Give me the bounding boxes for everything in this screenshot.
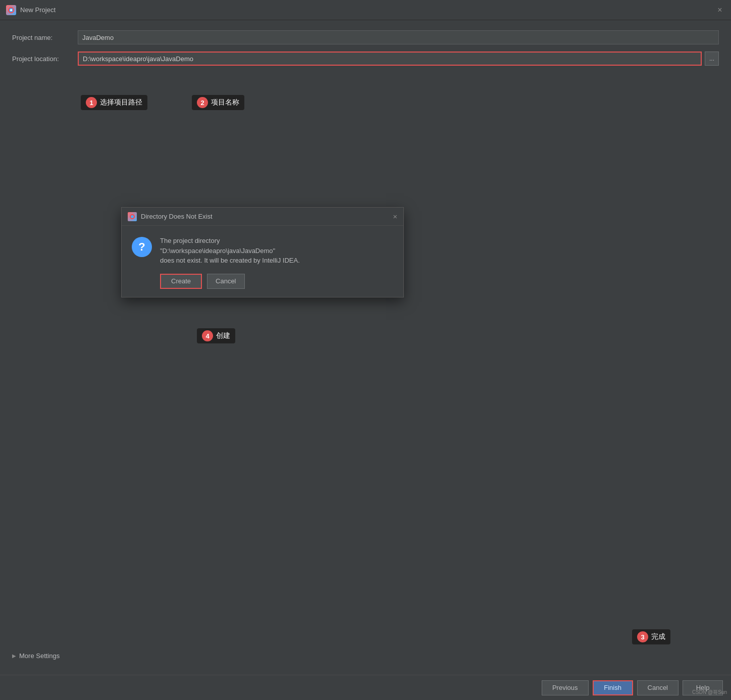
app-icon (6, 5, 16, 15)
project-name-input[interactable] (78, 30, 719, 44)
svg-point-4 (131, 215, 134, 218)
annotation-2-text: 项目名称 (211, 98, 239, 107)
browse-button[interactable]: ... (705, 52, 719, 66)
bottom-section: ▶ More Settings (0, 652, 731, 660)
footer-bar: Previous Finish Cancel Help (0, 675, 731, 700)
dialog-cancel-button[interactable]: Cancel (207, 274, 244, 289)
main-window: New Project × Project name: Project loca… (0, 0, 731, 700)
more-settings-arrow-icon: ▶ (12, 653, 16, 659)
project-location-row: Project location: ... (12, 52, 719, 66)
annotation-4-text: 创建 (216, 331, 230, 340)
annotation-2-number: 2 (197, 97, 208, 108)
watermark: CSDN @哥Sun (692, 689, 727, 696)
project-name-row: Project name: (12, 30, 719, 44)
annotation-3-text: 完成 (651, 632, 665, 641)
svg-point-2 (10, 9, 12, 11)
annotation-2: 2 项目名称 (192, 95, 244, 110)
cancel-button[interactable]: Cancel (637, 680, 678, 695)
window-close-button[interactable]: × (715, 5, 725, 15)
annotation-3: 3 完成 (632, 629, 670, 644)
question-icon: ? (132, 237, 152, 257)
finish-button[interactable]: Finish (593, 680, 633, 695)
dialog-app-icon (128, 212, 137, 221)
dialog-create-button[interactable]: Create (160, 274, 202, 289)
previous-button[interactable]: Previous (542, 680, 589, 695)
title-bar: New Project × (0, 0, 731, 20)
content-area: Project name: Project location: ... 1 选择… (0, 20, 731, 700)
dialog-title-bar: Directory Does Not Exist × (122, 208, 403, 226)
annotation-1: 1 选择项目路径 (81, 95, 147, 110)
annotation-4: 4 创建 (197, 328, 235, 343)
location-input-wrapper: ... (78, 52, 719, 66)
project-location-label: Project location: (12, 55, 78, 63)
dialog-body: ? The project directory "D:\workspace\id… (122, 226, 403, 274)
dialog-directory-not-exist: Directory Does Not Exist × ? The project… (121, 207, 404, 297)
dialog-close-button[interactable]: × (393, 212, 397, 221)
project-location-input[interactable] (78, 52, 702, 66)
more-settings-label: More Settings (19, 652, 60, 660)
annotation-1-number: 1 (86, 97, 97, 108)
window-title: New Project (20, 6, 56, 14)
annotation-1-text: 选择项目路径 (100, 98, 142, 107)
annotation-3-number: 3 (637, 631, 648, 642)
more-settings-expander[interactable]: ▶ More Settings (12, 652, 719, 660)
dialog-buttons: Create Cancel (122, 274, 403, 297)
dialog-message: The project directory "D:\workspace\idea… (160, 236, 300, 266)
project-name-label: Project name: (12, 34, 78, 41)
dialog-title: Directory Does Not Exist (141, 213, 213, 220)
annotation-4-number: 4 (202, 330, 213, 341)
